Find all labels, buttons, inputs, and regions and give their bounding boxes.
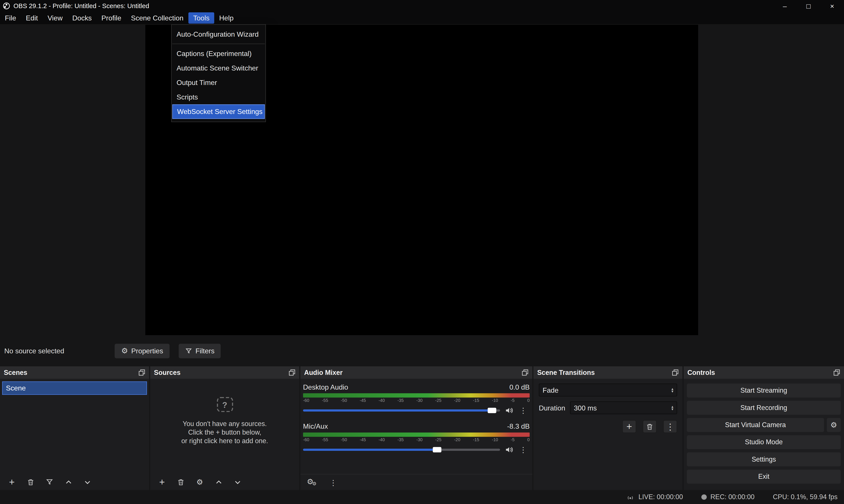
mixer-options-kebab-icon[interactable]: ⋮ bbox=[328, 477, 338, 488]
volume-slider[interactable] bbox=[303, 409, 500, 412]
scene-list-item[interactable]: Scene bbox=[2, 381, 147, 395]
source-toolbar: No source selected ⚙ Properties Filters bbox=[0, 335, 844, 366]
popout-icon[interactable] bbox=[288, 369, 296, 376]
speaker-icon[interactable] bbox=[505, 446, 513, 453]
popout-icon[interactable] bbox=[833, 369, 840, 376]
volume-slider-handle[interactable] bbox=[488, 408, 496, 413]
combo-spinner-arrows[interactable]: ▴ ▾ bbox=[671, 388, 673, 393]
window-controls: – □ × bbox=[773, 0, 844, 12]
menu-view[interactable]: View bbox=[42, 12, 68, 23]
scene-list: Scene bbox=[2, 381, 147, 395]
add-scene-button[interactable]: + bbox=[6, 476, 17, 487]
remove-transition-button[interactable] bbox=[643, 420, 657, 433]
obs-logo-icon bbox=[3, 2, 10, 10]
sources-empty-line: You don't have any sources. bbox=[182, 420, 267, 428]
rec-time: REC: 00:00:00 bbox=[710, 493, 755, 501]
sources-empty-state: ? You don't have any sources. Click the … bbox=[150, 397, 299, 445]
tick-label: -45 bbox=[360, 398, 366, 403]
tick-label: -55 bbox=[322, 437, 328, 442]
tools-menu-captions[interactable]: Captions (Experimental) bbox=[172, 46, 265, 61]
exit-button[interactable]: Exit bbox=[687, 470, 841, 484]
tools-menu-output-timer[interactable]: Output Timer bbox=[172, 75, 265, 90]
scene-transitions-dock: Scene Transitions Fade ▴ ▾ Duration 300 … bbox=[533, 366, 683, 490]
gear-icon: ⚙ bbox=[830, 421, 837, 429]
start-streaming-button[interactable]: Start Streaming bbox=[687, 384, 841, 398]
scene-filters-button[interactable] bbox=[44, 476, 55, 487]
menu-profile[interactable]: Profile bbox=[97, 12, 126, 23]
channel-options-kebab-icon[interactable]: ⋮ bbox=[518, 405, 528, 416]
live-status: LIVE: 00:00:00 bbox=[626, 493, 683, 501]
mixer-channels: Desktop Audio 0.0 dB -60-55-50-45-40-35-… bbox=[300, 379, 532, 455]
menu-docks[interactable]: Docks bbox=[68, 12, 97, 23]
menu-file[interactable]: File bbox=[0, 12, 21, 23]
settings-button[interactable]: Settings bbox=[687, 452, 841, 466]
remove-source-button[interactable] bbox=[176, 476, 186, 487]
minimize-button[interactable]: – bbox=[773, 0, 797, 12]
menu-edit[interactable]: Edit bbox=[21, 12, 42, 23]
channel-name: Mic/Aux bbox=[303, 422, 328, 430]
tick-label: 0 bbox=[527, 437, 530, 442]
volume-slider[interactable] bbox=[303, 449, 500, 451]
controls-dock-header[interactable]: Controls bbox=[684, 366, 844, 379]
scene-transitions-dock-title: Scene Transitions bbox=[537, 369, 595, 376]
move-scene-down-button[interactable] bbox=[82, 476, 92, 487]
duration-spinbox[interactable]: 300 ms ▴ ▾ bbox=[570, 401, 677, 414]
start-virtual-camera-button[interactable]: Start Virtual Camera bbox=[687, 418, 824, 432]
audio-mixer-dock: Audio Mixer Desktop Audio 0.0 dB -60-55-… bbox=[300, 366, 532, 490]
audio-mixer-dock-header[interactable]: Audio Mixer bbox=[300, 366, 532, 379]
move-scene-up-button[interactable] bbox=[63, 476, 74, 487]
sources-dock-body[interactable]: ? You don't have any sources. Click the … bbox=[150, 379, 299, 490]
scene-transitions-dock-header[interactable]: Scene Transitions bbox=[533, 366, 683, 379]
add-transition-button[interactable]: + bbox=[622, 420, 636, 433]
no-source-selected-label: No source selected bbox=[4, 347, 64, 355]
menu-scene-collection[interactable]: Scene Collection bbox=[126, 12, 188, 23]
transition-select[interactable]: Fade ▴ ▾ bbox=[539, 384, 677, 397]
popout-icon[interactable] bbox=[672, 369, 679, 376]
sources-dock-header[interactable]: Sources bbox=[150, 366, 299, 379]
spinbox-arrows[interactable]: ▴ ▾ bbox=[671, 405, 673, 411]
move-source-up-button[interactable] bbox=[213, 476, 224, 487]
advanced-audio-properties-button[interactable]: ⚙ ⚙ bbox=[307, 477, 319, 488]
close-button[interactable]: × bbox=[820, 0, 844, 12]
channel-options-kebab-icon[interactable]: ⋮ bbox=[518, 444, 528, 455]
tools-menu-auto-configuration-wizard[interactable]: Auto-Configuration Wizard bbox=[172, 27, 265, 41]
gear-icon-small: ⚙ bbox=[312, 481, 317, 486]
controls-dock: Controls Start Streaming Start Recording… bbox=[684, 366, 844, 490]
tick-label: -10 bbox=[492, 398, 498, 403]
start-recording-button[interactable]: Start Recording bbox=[687, 401, 841, 415]
tools-menu-automatic-scene-switcher[interactable]: Automatic Scene Switcher bbox=[172, 61, 265, 75]
remove-scene-button[interactable] bbox=[25, 476, 36, 487]
spin-down-icon: ▾ bbox=[671, 390, 673, 393]
tick-label: -60 bbox=[303, 398, 309, 403]
cpu-fps-text: CPU: 0.1%, 59.94 fps bbox=[773, 493, 838, 501]
menu-tools[interactable]: Tools bbox=[188, 12, 214, 23]
volume-meter bbox=[303, 432, 530, 437]
properties-button[interactable]: ⚙ Properties bbox=[115, 343, 170, 358]
tick-label: -15 bbox=[473, 437, 479, 442]
filters-button[interactable]: Filters bbox=[179, 343, 221, 358]
menu-help[interactable]: Help bbox=[214, 12, 239, 23]
tick-label: -5 bbox=[511, 398, 514, 403]
transition-options-kebab-icon[interactable]: ⋮ bbox=[663, 420, 677, 433]
filters-button-label: Filters bbox=[195, 347, 214, 355]
popout-icon[interactable] bbox=[138, 369, 145, 376]
tick-label: -15 bbox=[473, 398, 479, 403]
scenes-dock-header[interactable]: Scenes bbox=[0, 366, 149, 379]
popout-icon[interactable] bbox=[522, 369, 529, 376]
virtual-camera-settings-button[interactable]: ⚙ bbox=[827, 418, 841, 432]
volume-slider-handle[interactable] bbox=[433, 447, 441, 452]
maximize-button[interactable]: □ bbox=[796, 0, 820, 12]
audio-mixer-dock-title: Audio Mixer bbox=[304, 369, 342, 376]
tick-label: -10 bbox=[492, 437, 498, 442]
speaker-icon[interactable] bbox=[505, 407, 513, 414]
tools-menu-websocket-server-settings[interactable]: WebSocket Server Settings bbox=[172, 104, 265, 119]
source-properties-button[interactable]: ⚙ bbox=[194, 476, 205, 487]
add-source-button[interactable]: + bbox=[157, 476, 168, 487]
obs-window: OBS 29.1.2 - Profile: Untitled - Scenes:… bbox=[0, 0, 844, 504]
tools-menu-scripts[interactable]: Scripts bbox=[172, 90, 265, 104]
move-source-down-button[interactable] bbox=[232, 476, 243, 487]
studio-mode-button[interactable]: Studio Mode bbox=[687, 435, 841, 449]
scenes-toolbar: + bbox=[0, 474, 149, 490]
question-mark-icon: ? bbox=[217, 397, 233, 412]
scenes-dock-title: Scenes bbox=[4, 369, 27, 376]
